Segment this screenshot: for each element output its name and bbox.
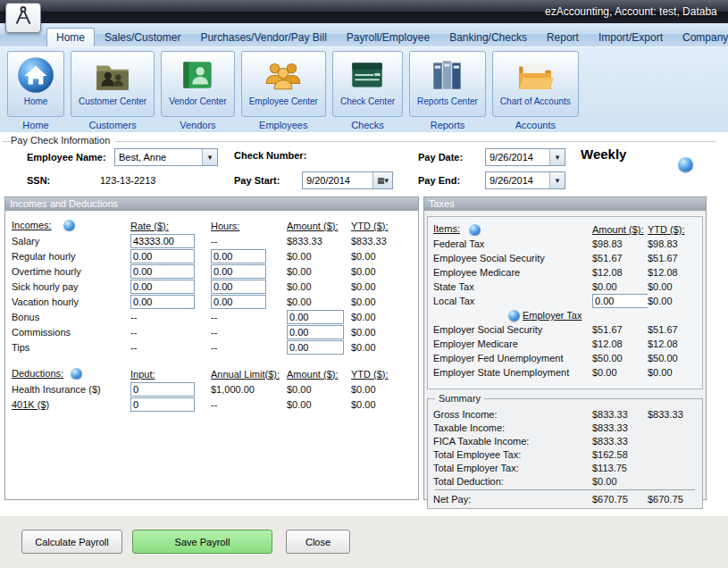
summary-box: Summary Gross Income: $833.33 $833.33 Ta… xyxy=(427,398,703,509)
employee-name-select[interactable]: Best, Anne ▾ xyxy=(114,148,218,166)
tab-report[interactable]: Report xyxy=(537,28,589,46)
deductions-header: Deductions: xyxy=(12,368,63,379)
amount-header: Amount ($): xyxy=(287,221,351,231)
row-label: Sick hourly pay xyxy=(12,281,130,292)
row-label: Taxable Income: xyxy=(433,422,592,433)
row-label: Employee Medicare xyxy=(433,267,592,278)
row-amount: $0.00 xyxy=(592,281,648,292)
summary-title: Summary xyxy=(435,393,484,404)
close-button[interactable]: Close xyxy=(286,530,350,554)
row-label: Local Tax xyxy=(433,296,592,306)
row-label: Employer Fed Unemployment xyxy=(433,353,592,363)
pay-frequency: Weekly xyxy=(581,146,626,162)
bonus-amount-input[interactable] xyxy=(287,310,344,324)
row-ytd: $98.83 xyxy=(648,238,702,249)
row-ytd: $0.00 xyxy=(351,297,418,307)
vacation-hourly-hours-input[interactable] xyxy=(211,295,266,309)
tips-amount-input[interactable] xyxy=(287,340,344,355)
employer-tax-section-row: Employer Tax xyxy=(433,308,702,322)
row-ytd: $0.00 xyxy=(351,327,418,338)
deduction-row-health-insurance: Health Insurance ($) $1,000.00 $0.00 $0.… xyxy=(12,381,418,397)
health-insurance-input[interactable] xyxy=(130,382,195,397)
summary-row-net-pay: Net Pay: $670.75 $670.75 xyxy=(433,492,702,505)
row-label: Salary xyxy=(12,236,130,246)
reports-center-button[interactable]: Reports Center xyxy=(409,51,486,117)
check-center-button[interactable]: Check Center xyxy=(332,51,403,117)
regular-hourly-rate-input[interactable] xyxy=(130,249,195,263)
income-row-vacation-hourly: Vacation hourly $0.00 $0.00 xyxy=(12,294,418,309)
app-logo-button[interactable] xyxy=(5,3,41,33)
items-header: Items: xyxy=(433,223,460,234)
home-button[interactable]: Home xyxy=(7,51,64,117)
tax-row-employee-medicare: Employee Medicare $12.08 $12.08 xyxy=(433,265,702,280)
commissions-amount-input[interactable] xyxy=(287,325,344,339)
row-ytd: $12.08 xyxy=(648,267,702,278)
row-limit: -- xyxy=(211,399,287,410)
pay-start-value: 9/20/2014 xyxy=(303,175,372,186)
accounts-label: Accounts xyxy=(515,120,556,130)
row-rate: -- xyxy=(130,312,211,322)
401k-input[interactable] xyxy=(130,397,195,412)
customer-center-button[interactable]: Customer Center xyxy=(71,51,155,117)
vendors-label: Vendors xyxy=(180,120,215,130)
tab-import-export[interactable]: Import/Export xyxy=(589,28,673,46)
row-label: Vacation hourly xyxy=(12,297,130,307)
tool-caption: Reports Center xyxy=(417,96,478,106)
row-amount: $833.33 xyxy=(592,436,648,447)
sick-hourly-rate-input[interactable] xyxy=(130,280,195,294)
row-amount: $833.33 xyxy=(592,422,648,433)
tab-banking-checks[interactable]: Banking/Checks xyxy=(439,28,537,46)
summary-row-fica-taxable-income: FICA Taxable Income: $833.33 xyxy=(433,434,702,447)
incomes-help-globe-icon[interactable] xyxy=(63,220,75,231)
row-ytd: $0.00 xyxy=(351,399,418,410)
summary-row-total-deduction: Total Deduction: $0.00 xyxy=(433,474,702,488)
row-ytd: $51.67 xyxy=(648,324,702,335)
row-ytd: $51.67 xyxy=(648,253,702,263)
calculate-payroll-button[interactable]: Calculate Payroll xyxy=(21,530,122,554)
row-amount: $51.67 xyxy=(592,253,648,263)
local-tax-input[interactable] xyxy=(592,294,648,308)
tax-row-employer-social-security: Employer Social Security $51.67 $51.67 xyxy=(433,322,702,337)
tool-employee-center: Employee Center Employees xyxy=(241,51,326,132)
check-number-input[interactable] xyxy=(314,148,399,166)
taxes-help-globe-icon[interactable] xyxy=(469,224,481,236)
row-amount: $50.00 xyxy=(592,353,648,363)
save-payroll-button[interactable]: Save Payroll xyxy=(132,530,272,554)
income-header-row: Incomes: Rate ($): Hours: Amount ($): YT… xyxy=(12,218,418,233)
row-limit: $1,000.00 xyxy=(211,384,287,395)
pay-start-datepicker[interactable]: 9/20/2014 ▦▾ xyxy=(302,171,393,189)
pay-date-select[interactable]: 9/26/2014 ▾ xyxy=(485,148,565,166)
calendar-dropdown-icon: ▦▾ xyxy=(372,172,392,188)
tab-company[interactable]: Company xyxy=(673,28,728,46)
pay-end-select[interactable]: 9/26/2014 ▾ xyxy=(485,171,565,189)
tab-sales-customer[interactable]: Sales/Customer xyxy=(95,28,190,46)
chart-of-accounts-button[interactable]: Chart of Accounts xyxy=(492,51,579,117)
overtime-hourly-rate-input[interactable] xyxy=(130,264,195,279)
row-label: Health Insurance ($) xyxy=(12,384,130,395)
overtime-hourly-hours-input[interactable] xyxy=(211,264,266,279)
employer-tax-help-globe-icon[interactable] xyxy=(508,310,520,322)
tax-row-employer-medicare: Employer Medicare $12.08 $12.08 xyxy=(433,337,702,351)
chevron-down-icon: ▾ xyxy=(549,172,565,188)
help-globe-icon[interactable] xyxy=(678,157,693,172)
check-center-icon xyxy=(347,54,388,96)
main-toolbar: Home Home Customer Center Customers xyxy=(0,46,728,132)
tool-caption: Chart of Accounts xyxy=(500,96,571,106)
regular-hourly-hours-input[interactable] xyxy=(211,249,266,263)
sick-hourly-hours-input[interactable] xyxy=(211,280,266,294)
vendor-center-button[interactable]: Vendor Center xyxy=(161,51,235,117)
customers-label: Customers xyxy=(88,120,136,130)
vacation-hourly-rate-input[interactable] xyxy=(130,295,195,309)
employee-center-button[interactable]: Employee Center xyxy=(241,51,326,117)
row-label: Gross Income: xyxy=(433,409,592,420)
salary-rate-input[interactable] xyxy=(130,234,195,248)
tab-purchases-vendor-pay-bill[interactable]: Purchases/Vendor/Pay Bill xyxy=(190,28,336,46)
deductions-help-globe-icon[interactable] xyxy=(71,368,82,380)
tab-home[interactable]: Home xyxy=(46,28,95,46)
row-amount: $0.00 xyxy=(592,367,648,378)
pay-start-label: Pay Start: xyxy=(234,175,280,186)
row-ytd: $670.75 xyxy=(648,494,702,505)
tax-ytd-header: YTD ($): xyxy=(648,224,702,235)
row-label: Net Pay: xyxy=(433,494,592,505)
tab-payroll-employee[interactable]: Payroll/Employee xyxy=(337,28,439,46)
